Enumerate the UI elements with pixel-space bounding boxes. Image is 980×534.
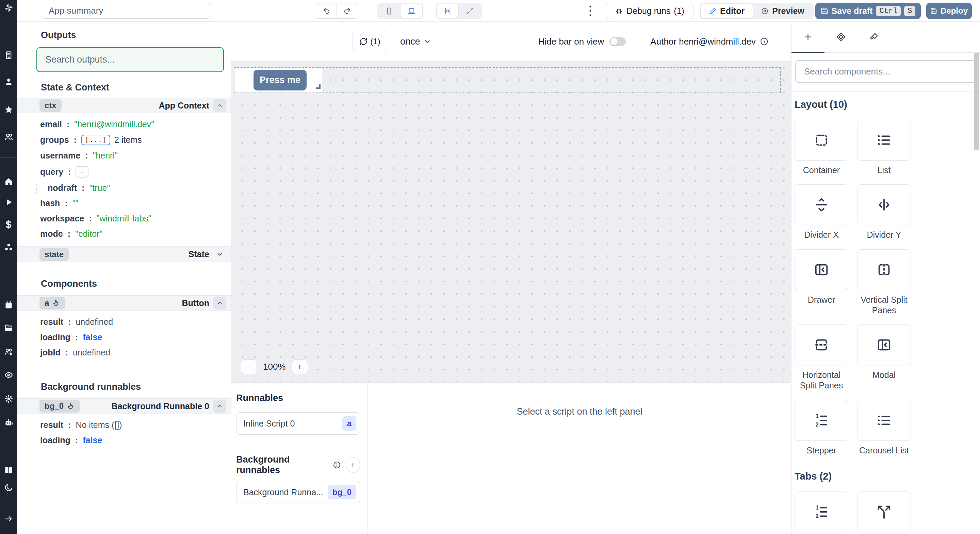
deploy-button[interactable]: Deploy — [926, 3, 972, 19]
dark-mode-moon-icon[interactable] — [0, 482, 17, 493]
tab-theme-styling[interactable] — [858, 22, 891, 53]
press-me-button[interactable]: Press me — [253, 70, 307, 91]
bg-runnable-header-row[interactable]: bg_0 Background Runnable 0 — [17, 398, 231, 414]
windmill-logo-icon[interactable] — [0, 2, 17, 14]
save-draft-button[interactable]: Save draft Ctrl S — [815, 3, 921, 19]
hide-bar-label: Hide bar on view — [538, 37, 605, 47]
background-runnables-title: Background runnables — [17, 365, 231, 398]
outputs-title: Outputs — [17, 22, 231, 47]
component-card-tabs[interactable]: 12 — [795, 491, 848, 532]
preview-tab[interactable]: Preview — [753, 4, 813, 18]
ctx-chip[interactable]: ctx — [40, 99, 62, 112]
component-card-carousel-list[interactable]: Carousel List — [857, 400, 911, 456]
output-row: result: No items ([]) — [17, 417, 231, 433]
button-component-header-row[interactable]: a Button — [17, 295, 231, 311]
component-card-divider-y[interactable]: Divider Y — [857, 184, 911, 240]
undo-button[interactable] — [316, 3, 337, 19]
full-width-button[interactable] — [459, 4, 481, 18]
resize-handle[interactable] — [316, 84, 321, 89]
button-component-collapse[interactable] — [213, 297, 226, 310]
select-script-hint: Select a script on the left panel — [517, 407, 642, 417]
component-card-vertical-split-panes[interactable]: Vertical Split Panes — [857, 249, 911, 316]
ctx-header-row[interactable]: ctx App Context — [17, 98, 231, 113]
more-options-button[interactable] — [583, 3, 598, 19]
info-icon[interactable] — [333, 461, 341, 469]
groups-users-icon[interactable] — [0, 131, 17, 143]
scrollbar-thumb[interactable] — [974, 53, 979, 150]
editor-tab[interactable]: Editor — [701, 4, 753, 18]
component-card-drawer[interactable]: Drawer — [795, 249, 848, 316]
state-chip[interactable]: state — [40, 248, 69, 261]
zoom-out-button[interactable]: − — [241, 359, 257, 374]
schedule-select[interactable]: once — [400, 37, 431, 47]
component-card-stepper[interactable]: 12 Stepper — [795, 400, 848, 456]
debug-runs-button[interactable]: Debug runs (1) — [606, 3, 694, 19]
bg-runnable-collapse[interactable] — [213, 400, 226, 413]
app-canvas[interactable]: Press me − 100% + — [231, 61, 791, 382]
expand-array-badge[interactable]: [...] — [81, 135, 110, 145]
layout-section-title: Layout (10) — [795, 99, 980, 110]
expand-object-badge[interactable]: - — [76, 166, 88, 178]
mobile-view-button[interactable] — [378, 4, 400, 18]
tab-insert-component[interactable] — [791, 22, 824, 53]
component-card-horizontal-split-panes[interactable]: Horizontal Split Panes — [795, 324, 848, 391]
button-component-properties: result: undefined loading: false jobId: … — [17, 311, 231, 365]
tab-component-settings[interactable] — [824, 22, 858, 53]
workspace-building-icon[interactable] — [0, 49, 17, 61]
component-card-conditional-tabs[interactable] — [857, 491, 911, 532]
center-content-button[interactable] — [437, 4, 458, 18]
output-row: username: "henri" — [17, 148, 231, 163]
workers-robot-icon[interactable] — [0, 416, 17, 428]
component-card-modal[interactable]: Modal — [857, 324, 911, 391]
svg-text:2: 2 — [816, 513, 819, 519]
toggle-knob — [611, 38, 617, 45]
background-runnable-item[interactable]: Background Runna... bg_0 — [236, 481, 360, 504]
search-components-input[interactable] — [795, 60, 976, 83]
app-summary-input[interactable] — [41, 3, 211, 19]
runs-play-icon[interactable] — [0, 196, 17, 208]
add-background-runnable-button[interactable] — [346, 457, 360, 473]
split-arrows-icon — [876, 504, 892, 520]
settings-gear-icon[interactable] — [0, 393, 17, 404]
user-icon[interactable] — [0, 76, 17, 87]
component-card-container[interactable]: Container — [795, 120, 848, 175]
redo-button[interactable] — [337, 3, 358, 19]
ordered-list-icon: 12 — [814, 413, 829, 428]
component-card-divider-x[interactable]: Divider X — [795, 184, 848, 240]
docs-book-open-icon[interactable] — [0, 464, 17, 476]
component-a-chip[interactable]: a — [40, 297, 65, 310]
groups-settings-icon[interactable] — [0, 346, 17, 358]
component-card-list[interactable]: List — [857, 120, 911, 175]
desktop-view-button[interactable] — [401, 4, 422, 18]
list-icon — [876, 413, 892, 428]
debug-runs-count: (1) — [674, 6, 684, 16]
button-component-cell[interactable]: Press me — [234, 68, 322, 92]
expand-sidebar-arrow-right-icon[interactable] — [0, 513, 17, 524]
billing-dollar-icon[interactable]: $ — [0, 219, 17, 230]
bg0-chip[interactable]: bg_0 — [40, 400, 80, 413]
output-row: result: undefined — [17, 314, 231, 330]
favorites-star-icon[interactable] — [0, 104, 17, 115]
home-icon[interactable] — [0, 175, 17, 187]
windmill-app-editor: $ — [0, 0, 980, 534]
audit-logs-eye-icon[interactable] — [0, 369, 17, 381]
inline-script-item[interactable]: Inline Script 0 a — [236, 412, 360, 435]
laptop-icon — [408, 7, 415, 15]
kbd-s: S — [904, 6, 915, 16]
state-header-row[interactable]: state State — [17, 246, 231, 262]
refresh-app-button[interactable]: (1) — [353, 31, 387, 52]
ctx-row-label: App Context — [159, 101, 209, 111]
bg-runnable-label: Background Runnable 0 — [111, 401, 209, 411]
resources-boxes-icon[interactable] — [0, 242, 17, 253]
search-outputs-input[interactable] — [37, 47, 224, 72]
ctx-collapse-button[interactable] — [213, 99, 226, 112]
schedules-calendar-icon[interactable] — [0, 299, 17, 311]
folders-folder-open-icon[interactable] — [0, 322, 17, 334]
output-row: mode: "editor" — [17, 226, 231, 242]
vertical-split-icon — [876, 262, 892, 278]
hide-bar-toggle[interactable] — [609, 37, 626, 46]
chevron-down-icon — [424, 38, 431, 45]
zoom-in-button[interactable]: + — [292, 359, 308, 374]
info-icon[interactable] — [760, 37, 769, 46]
state-expand-button[interactable] — [213, 248, 226, 261]
